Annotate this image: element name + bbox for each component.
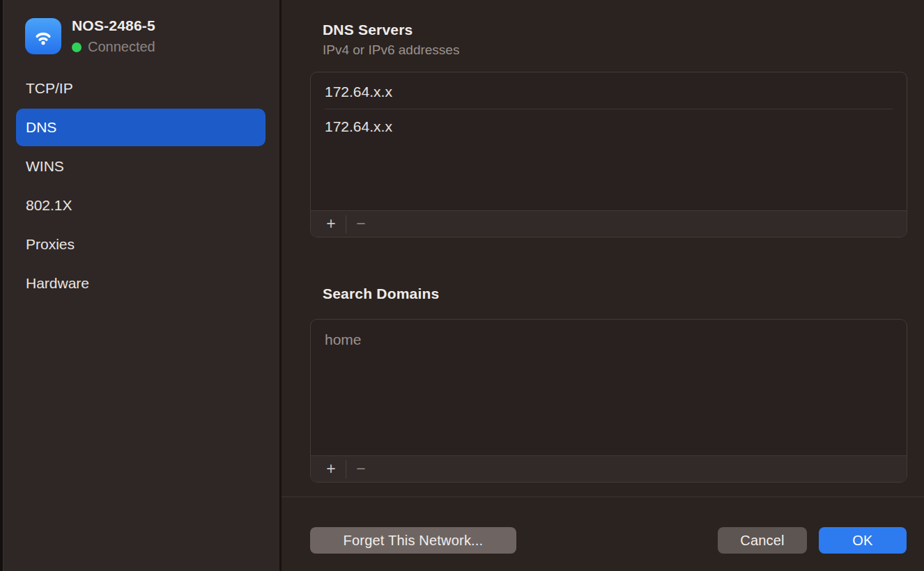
add-search-domain-button[interactable]: + [320, 456, 342, 483]
dns-servers-subtitle: IPv4 or IPv6 addresses [323, 42, 459, 58]
wifi-icon [25, 18, 61, 54]
sidebar-item-proxies[interactable]: Proxies [16, 226, 265, 263]
ok-button[interactable]: OK [819, 527, 907, 554]
dns-servers-listbox: 172.64.x.x 172.64.x.x + − [310, 72, 907, 237]
network-status: Connected [72, 39, 155, 55]
search-domains-title: Search Domains [323, 286, 439, 302]
dns-pane: DNS Servers IPv4 or IPv6 addresses 172.6… [282, 0, 924, 571]
cancel-button[interactable]: Cancel [718, 527, 807, 554]
sidebar-item-8021x[interactable]: 802.1X [16, 187, 265, 224]
remove-dns-server-button[interactable]: − [350, 211, 372, 237]
dns-servers-title: DNS Servers [323, 22, 413, 38]
network-identity: NOS-2486-5 Connected [72, 17, 155, 55]
sidebar-item-dns[interactable]: DNS [16, 109, 265, 146]
connection-status-label: Connected [88, 39, 155, 55]
dns-servers-list-toolbar: + − [311, 210, 907, 237]
sidebar-nav: TCP/IP DNS WINS 802.1X Proxies Hardware [16, 70, 265, 304]
network-header: NOS-2486-5 Connected [25, 17, 155, 55]
sidebar-item-wins[interactable]: WINS [16, 148, 265, 185]
sidebar-item-hardware[interactable]: Hardware [16, 265, 265, 302]
forget-network-button[interactable]: Forget This Network... [310, 527, 516, 554]
dns-servers-list: 172.64.x.x 172.64.x.x [311, 72, 907, 143]
footer-divider [282, 496, 924, 497]
dns-server-entry[interactable]: 172.64.x.x [325, 109, 893, 143]
search-domains-list: home [311, 320, 907, 357]
sidebar-item-tcpip[interactable]: TCP/IP [16, 70, 265, 107]
dns-server-entry[interactable]: 172.64.x.x [325, 75, 893, 109]
network-name: NOS-2486-5 [72, 17, 155, 34]
network-details-window: NOS-2486-5 Connected TCP/IP DNS WINS 802… [0, 0, 924, 571]
window-edge [0, 0, 3, 571]
remove-search-domain-button[interactable]: − [350, 456, 372, 483]
search-domains-list-toolbar: + − [311, 455, 907, 482]
toolbar-divider [346, 215, 346, 233]
add-dns-server-button[interactable]: + [320, 211, 342, 237]
connected-dot-icon [72, 42, 82, 52]
search-domain-entry[interactable]: home [325, 322, 893, 357]
search-domains-listbox: home + − [310, 319, 907, 483]
toolbar-divider [346, 460, 346, 478]
sidebar: NOS-2486-5 Connected TCP/IP DNS WINS 802… [0, 0, 282, 571]
